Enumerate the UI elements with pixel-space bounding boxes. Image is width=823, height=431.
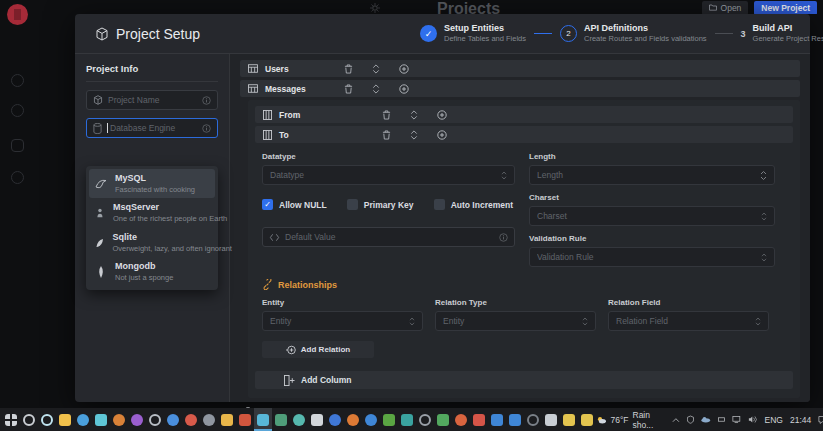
allow-null-checkbox[interactable]: ✓ Allow NULL (262, 199, 327, 210)
tray-expand-icon[interactable] (672, 417, 680, 423)
taskbar-icon-app-compass[interactable] (362, 408, 380, 431)
engine-option-msqserver[interactable]: MsqServer One of the richest people on E… (89, 198, 215, 227)
field-row-to[interactable]: To (255, 126, 793, 143)
reorder-field-icon[interactable] (410, 110, 418, 120)
weather-temp: 76°F (610, 415, 628, 425)
charset-label: Charset (529, 193, 775, 202)
delete-field-icon[interactable] (382, 130, 391, 140)
auto-increment-checkbox[interactable]: Auto Increment (434, 199, 513, 210)
taskbar-icon-app-contact[interactable] (146, 408, 164, 431)
taskbar-icon-app-media[interactable] (182, 408, 200, 431)
modal-header: Project Setup ✓ Setup Entities Define Ta… (75, 14, 810, 54)
taskbar-icon-app-info1[interactable] (488, 408, 506, 431)
default-value-field[interactable]: Default Value (262, 227, 515, 247)
number-spinner-icon[interactable] (760, 170, 767, 181)
onedrive-cloud-icon[interactable] (701, 416, 711, 423)
taskbar-icon-app-globe[interactable] (164, 408, 182, 431)
select-arrows-icon (755, 317, 761, 326)
relation-field-select[interactable]: Relation Field (608, 311, 769, 331)
datatype-select[interactable]: Datatype (262, 165, 515, 185)
taskbar-icon-app-chrome[interactable] (452, 408, 470, 431)
taskbar-icon-terminal-arrow[interactable] (308, 408, 326, 431)
add-field-icon[interactable] (399, 64, 409, 74)
security-shield-icon[interactable] (687, 415, 694, 424)
action-center-icon[interactable] (818, 415, 823, 425)
engine-option-sqlite[interactable]: Sqlite Overweight, lazy, and often ignor… (89, 228, 215, 257)
taskbar-icon-app-person[interactable] (200, 408, 218, 431)
taskbar-icon-app-blue-sphere[interactable] (326, 408, 344, 431)
field-row-from[interactable]: From (255, 106, 793, 123)
taskbar-icon-file-explorer[interactable] (56, 408, 74, 431)
taskbar-icon-app-blue-circle[interactable] (74, 408, 92, 431)
rail-icon-2[interactable] (11, 104, 24, 117)
rail-icon-4[interactable] (11, 171, 24, 184)
taskbar-icon-app-photos[interactable] (434, 408, 452, 431)
engine-option-mongodb[interactable]: Mongodb Not just a sponge (89, 257, 215, 286)
taskbar-icon-terminal2[interactable] (542, 408, 560, 431)
gear-icon (370, 3, 380, 13)
taskbar-icon-app-info2[interactable] (506, 408, 524, 431)
project-name-field[interactable]: Project Name (86, 90, 218, 110)
step-api-definitions[interactable]: 2 API Definitions Create Routes and Fiel… (560, 23, 707, 44)
charset-select[interactable]: Charset (529, 206, 775, 226)
taskbar-icon-app-files1[interactable] (560, 408, 578, 431)
taskbar-icon-app-phone[interactable] (470, 408, 488, 431)
rail-icon-3[interactable] (11, 139, 24, 152)
step-3-indicator: 3 (741, 29, 746, 39)
validation-rule-select[interactable]: Validation Rule (529, 247, 775, 267)
network-icon[interactable] (732, 415, 741, 424)
project-info-panel: Project Info Project Name Database Engin… (75, 54, 230, 402)
reorder-field-icon[interactable] (410, 130, 418, 140)
reorder-entity-icon[interactable] (372, 64, 380, 74)
taskbar-icon-app-green[interactable] (380, 408, 398, 431)
taskbar-icon-app-disc[interactable] (524, 408, 542, 431)
weather-widget[interactable]: 76°F Rain sho... (596, 410, 665, 430)
taskbar-icon-app-teal-n[interactable] (398, 408, 416, 431)
step-build-api[interactable]: 3 Build API Generate Project Rest API (741, 23, 823, 44)
primary-key-checkbox[interactable]: Primary Key (347, 199, 414, 210)
reorder-entity-icon[interactable] (372, 84, 380, 94)
taskbar-icon-search[interactable] (20, 408, 38, 431)
engine-option-mysql[interactable]: MySQL Fascinated with cooking (89, 169, 215, 198)
add-relation-button[interactable]: Add Relation (262, 341, 374, 358)
delete-entity-icon[interactable] (344, 64, 353, 74)
taskbar-icon-start[interactable] (2, 408, 20, 431)
entity-row-messages[interactable]: Messages (240, 80, 800, 97)
taskbar-icon-app-orange[interactable] (110, 408, 128, 431)
open-button[interactable]: Open (702, 1, 749, 14)
taskbar-icon-app-excel[interactable] (272, 408, 290, 431)
add-column-button[interactable]: Add Column (255, 371, 793, 389)
taskbar-icon-app-red-grid[interactable] (236, 408, 254, 431)
battery-icon[interactable] (718, 415, 726, 424)
volume-icon[interactable] (748, 415, 758, 424)
entity-select[interactable]: Entity (262, 311, 423, 331)
step-connector-1 (534, 33, 552, 34)
taskbar-icon-app-teal-docs[interactable] (92, 408, 110, 431)
entity-row-users[interactable]: Users (240, 60, 800, 77)
database-engine-field[interactable]: Database Engine (86, 118, 218, 138)
relation-type-select[interactable]: Entity (435, 311, 596, 331)
field-settings-icon[interactable] (437, 110, 447, 120)
taskbar-icon-app-orange2[interactable] (344, 408, 362, 431)
step-2-indicator: 2 (560, 25, 577, 42)
delete-field-icon[interactable] (382, 110, 391, 120)
new-project-button[interactable]: New Project (754, 1, 817, 14)
avatar[interactable] (7, 4, 28, 25)
taskbar-icon-app-ring-dark[interactable] (416, 408, 434, 431)
taskbar-icon-app-purple[interactable] (128, 408, 146, 431)
taskbar-icon-active-app[interactable] (254, 408, 272, 431)
taskbar-icon-cortana[interactable] (38, 408, 56, 431)
clock[interactable]: 21:44 (790, 415, 811, 425)
step-setup-entities[interactable]: ✓ Setup Entities Define Tables and Field… (420, 23, 526, 44)
taskbar-icon-app-files2[interactable] (578, 408, 596, 431)
stepper: ✓ Setup Entities Define Tables and Field… (420, 23, 794, 44)
taskbar-icon-app-teal-pill[interactable] (290, 408, 308, 431)
language-indicator[interactable]: ENG (765, 415, 783, 425)
taskbar-icon-app-mail[interactable] (218, 408, 236, 431)
field-settings-icon[interactable] (437, 130, 447, 140)
length-input[interactable]: Length (529, 165, 775, 185)
rail-icon-1[interactable] (11, 74, 24, 87)
add-field-icon[interactable] (399, 84, 409, 94)
modal-title: Project Setup (116, 26, 200, 42)
delete-entity-icon[interactable] (344, 84, 353, 94)
